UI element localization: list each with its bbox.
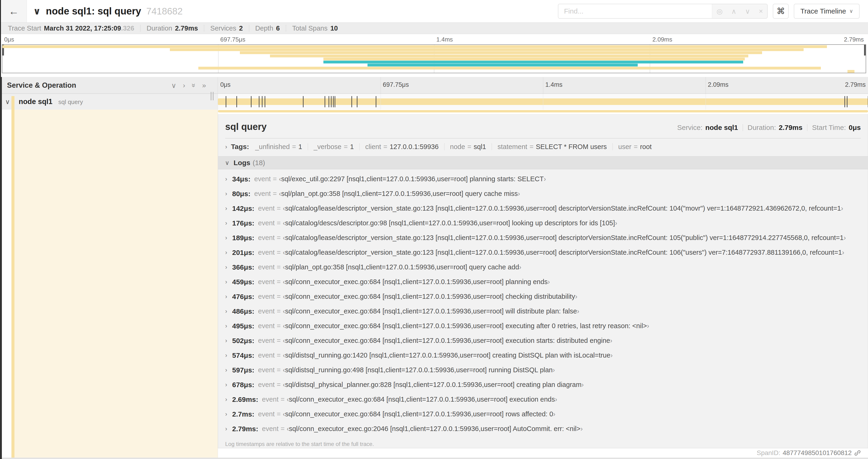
meta-value: 0μs xyxy=(849,124,861,132)
chevron-right-icon[interactable]: › xyxy=(225,322,232,330)
log-row[interactable]: ›366μs:event=‹sql/plan_opt.go:358 [nsql1… xyxy=(225,260,861,274)
meta-label: Service: xyxy=(677,124,702,132)
log-row[interactable]: ›2.7ms:event=‹sql/conn_executor_exec.go:… xyxy=(225,407,861,421)
log-event-tick xyxy=(376,96,376,107)
log-field-key: event xyxy=(258,352,275,359)
log-timestamp: 486μs: xyxy=(232,307,254,315)
chevron-right-icon[interactable]: › xyxy=(225,411,232,418)
logs-count: (18) xyxy=(253,159,265,167)
logs-label: Logs xyxy=(234,159,250,167)
link-icon[interactable] xyxy=(854,450,861,456)
stat-item: Duration2.79ms xyxy=(147,25,198,32)
tag-separator xyxy=(359,143,360,150)
log-quote-close: › xyxy=(615,219,617,227)
log-quote-open: ‹ xyxy=(283,278,285,286)
log-quote-open: ‹ xyxy=(283,249,285,256)
log-row[interactable]: ›459μs:event=‹sql/conn_executor_exec.go:… xyxy=(225,274,861,289)
chevron-right-icon[interactable]: › xyxy=(225,337,232,344)
column-resize-grip[interactable] xyxy=(211,92,214,100)
double-chevron-right-icon[interactable]: » xyxy=(202,81,206,89)
back-button[interactable]: ← xyxy=(1,0,27,22)
minimap-span-bar xyxy=(240,51,762,54)
double-chevron-down-icon[interactable]: » xyxy=(189,83,198,87)
log-equals: = xyxy=(277,352,281,359)
log-field-value: sql/conn_executor_exec.go:684 [nsql1,cli… xyxy=(289,396,555,403)
tag-value: root xyxy=(640,143,652,151)
log-row[interactable]: ›502μs:event=‹sql/conn_executor_exec.go:… xyxy=(225,333,861,348)
stat-label: Services xyxy=(210,25,236,32)
log-row[interactable]: ›34μs:event=‹sql/exec_util.go:2297 [nsql… xyxy=(225,172,861,186)
chevron-right-icon[interactable]: › xyxy=(225,293,232,300)
log-quote-close: › xyxy=(611,352,613,359)
chevron-up-icon[interactable]: ∧ xyxy=(731,7,736,15)
log-row[interactable]: ›678μs:event=‹sql/distsql_physical_plann… xyxy=(225,378,861,392)
logs-footer-note: Log timestamps are relative to the start… xyxy=(225,441,861,447)
log-row[interactable]: ›142μs:event=‹sql/catalog/lease/descript… xyxy=(225,201,861,216)
chevron-right-icon[interactable]: › xyxy=(225,205,232,212)
chevron-right-icon[interactable]: › xyxy=(225,143,227,151)
log-row[interactable]: ›495μs:event=‹sql/conn_executor_exec.go:… xyxy=(225,319,861,333)
log-row[interactable]: ›2.69ms:event=‹sql/conn_executor_exec.go… xyxy=(225,392,861,407)
trace-view-dropdown[interactable]: Trace Timeline ∨ xyxy=(794,4,860,19)
chevron-right-icon[interactable]: › xyxy=(183,81,185,89)
gridline xyxy=(706,94,706,110)
chevron-right-icon[interactable]: › xyxy=(225,308,232,315)
minimap-span-bar xyxy=(198,67,821,69)
find-input[interactable] xyxy=(558,4,712,18)
chevron-down-icon[interactable]: ∨ xyxy=(745,7,750,15)
chevron-right-icon[interactable]: › xyxy=(225,366,232,374)
tag-value: 1 xyxy=(299,143,302,151)
log-row[interactable]: ›189μs:event=‹sql/catalog/lease/descript… xyxy=(225,230,861,245)
chevron-right-icon[interactable]: › xyxy=(225,381,232,388)
stat-value: March 31 2022, 17:25:09 xyxy=(44,25,121,32)
log-row[interactable]: ›201μs:event=‹sql/catalog/lease/descript… xyxy=(225,245,861,260)
chevron-right-icon[interactable]: › xyxy=(225,278,232,286)
log-row[interactable]: ›176μs:event=‹sql/catalog/descs/descript… xyxy=(225,216,861,230)
target-icon[interactable]: ◎ xyxy=(717,7,723,15)
stat-label: Trace Start xyxy=(8,25,41,32)
chevron-right-icon[interactable]: › xyxy=(225,352,232,359)
log-field-value: sql/exec_util.go:2297 [nsql1,client=127.… xyxy=(281,175,544,183)
tags-label[interactable]: Tags: xyxy=(231,143,249,151)
stat-value: 10 xyxy=(331,25,338,32)
log-row[interactable]: ›476μs:event=‹sql/conn_executor_exec.go:… xyxy=(225,289,861,304)
close-icon[interactable]: × xyxy=(759,7,763,15)
log-timestamp: 574μs: xyxy=(232,352,254,359)
chevron-down-icon[interactable]: ∨ xyxy=(171,81,177,89)
chevron-right-icon[interactable]: › xyxy=(225,264,232,271)
chevron-right-icon[interactable]: › xyxy=(225,396,232,403)
log-quote-close: › xyxy=(575,293,578,300)
chevron-right-icon[interactable]: › xyxy=(225,249,232,256)
log-row[interactable]: ›574μs:event=‹sql/distsql_running.go:142… xyxy=(225,348,861,363)
span-collapse-chevron-icon[interactable]: ∨ xyxy=(5,98,10,106)
span-row-timeline[interactable] xyxy=(218,94,868,110)
window-left-edge-lower xyxy=(0,77,2,459)
tag-value: SELECT * FROM users xyxy=(536,143,607,151)
chevron-right-icon[interactable]: › xyxy=(225,190,232,197)
tag-key: _unfinished xyxy=(255,143,289,151)
log-list: ›34μs:event=‹sql/exec_util.go:2297 [nsql… xyxy=(225,172,861,436)
chevron-right-icon[interactable]: › xyxy=(225,234,232,241)
minimap-canvas[interactable] xyxy=(2,44,866,73)
log-event-tick xyxy=(262,96,262,107)
trace-collapse-chevron-icon[interactable]: ∨ xyxy=(33,6,40,17)
span-row-label[interactable]: ∨ node sql1 sql query xyxy=(0,94,218,110)
tags-row[interactable]: › Tags: _unfinished=1_verbose=1client=12… xyxy=(225,143,861,151)
log-quote-open: ‹ xyxy=(283,322,285,330)
chevron-right-icon[interactable]: › xyxy=(225,175,232,183)
service-operation-title: Service & Operation xyxy=(7,81,76,90)
stat-separator xyxy=(286,25,286,32)
log-row[interactable]: ›597μs:event=‹sql/distsql_running.go:498… xyxy=(225,363,861,378)
minimap-right-handle[interactable] xyxy=(864,45,866,56)
logs-header[interactable]: ∨ Logs (18) xyxy=(218,156,868,169)
log-field-key: event xyxy=(258,278,275,286)
chevron-right-icon[interactable]: › xyxy=(225,220,232,227)
tag-key: user xyxy=(618,143,631,151)
log-quote-close: › xyxy=(581,425,583,433)
tag-separator xyxy=(308,143,308,150)
log-row[interactable]: ›80μs:event=‹sql/plan_opt.go:358 [nsql1,… xyxy=(225,186,861,201)
log-row[interactable]: ›486μs:event=‹sql/conn_executor_exec.go:… xyxy=(225,304,861,319)
keyboard-shortcuts-button[interactable]: ⌘ xyxy=(773,4,789,19)
chevron-right-icon[interactable]: › xyxy=(225,425,232,432)
log-row[interactable]: ›2.79ms:event=‹sql/conn_executor_exec.go… xyxy=(225,421,861,436)
